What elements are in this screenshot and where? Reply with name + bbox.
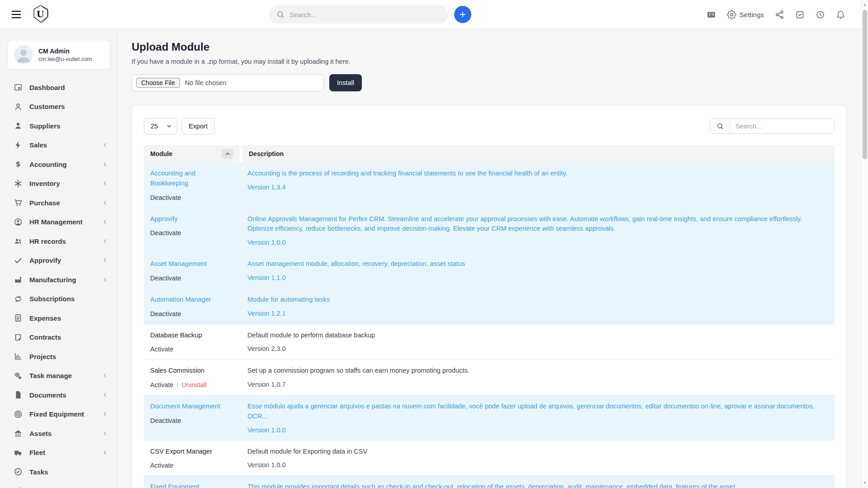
- module-link[interactable]: CSV Export Manager: [150, 447, 212, 457]
- sidebar-item-fixed-equipment[interactable]: Fixed Equipment: [0, 405, 118, 424]
- page-scrollbar[interactable]: ▲ ▼: [861, 0, 868, 488]
- sidebar-item-hr-records[interactable]: HR records: [0, 232, 118, 251]
- topbar-button-history[interactable]: [816, 10, 825, 19]
- svg-text:$: $: [15, 160, 20, 169]
- table-search[interactable]: [710, 118, 835, 134]
- module-row-fixed-equipment: Fixed Equipment This module provides imp…: [144, 476, 835, 488]
- sidebar-item-subscriptions[interactable]: Subscriptions: [0, 289, 118, 309]
- sidebar-item-label: Sales: [29, 141, 95, 149]
- sidebar-item-suppliers[interactable]: Suppliers: [0, 116, 118, 136]
- sidebar-item-fleet[interactable]: Fleet: [0, 443, 118, 463]
- sidebar-item-accounting[interactable]: $ Accounting: [0, 155, 118, 174]
- install-button[interactable]: Install: [329, 74, 362, 91]
- chevron-left-icon: [102, 238, 109, 245]
- suppliers-icon: [14, 121, 23, 130]
- chevron-left-icon: [102, 142, 109, 148]
- sidebar-item-workflow-automation[interactable]: Workflow Automation: [0, 482, 118, 488]
- manufacturing-icon: [14, 275, 23, 284]
- module-action-link[interactable]: Deactivate: [150, 310, 181, 317]
- module-link[interactable]: Asset Management: [150, 259, 207, 269]
- sidebar: CM Admin cm.lee@u-outlet.com Dashboard C…: [0, 29, 118, 488]
- user-profile-card[interactable]: CM Admin cm.lee@u-outlet.com: [7, 40, 110, 70]
- topbar-button-contact-card[interactable]: [707, 10, 716, 19]
- module-link[interactable]: Database Backup: [150, 331, 202, 341]
- topbar-button-todo[interactable]: [795, 10, 805, 19]
- page-title: Upload Module: [132, 41, 868, 53]
- sidebar-item-dashboard[interactable]: Dashboard: [0, 78, 118, 97]
- module-link[interactable]: Approvify: [150, 214, 177, 224]
- sidebar-item-label: Dashboard: [29, 84, 109, 91]
- global-search[interactable]: [269, 5, 448, 24]
- module-description: Set up a commission program so staffs ca…: [247, 366, 828, 376]
- chevron-left-icon: [102, 449, 109, 456]
- sidebar-item-label: Contracts: [29, 333, 109, 341]
- module-action-link[interactable]: Activate: [150, 381, 174, 389]
- module-description: Default module for Exporting data in CSV: [247, 447, 828, 457]
- module-action-link[interactable]: Activate: [150, 462, 174, 469]
- sidebar-menu: Dashboard Customers Suppliers Sales: [0, 78, 118, 488]
- module-action-link[interactable]: Deactivate: [150, 194, 181, 201]
- module-action-link[interactable]: Deactivate: [150, 417, 181, 424]
- module-action-link[interactable]: Deactivate: [150, 275, 181, 282]
- module-uninstall-link[interactable]: Uninstall: [181, 381, 207, 389]
- column-header-module[interactable]: Module: [144, 145, 241, 162]
- sidebar-item-hr-management[interactable]: HR Management: [0, 213, 118, 232]
- module-version-link[interactable]: Version 2.3.0: [247, 345, 828, 352]
- sidebar-item-inventory[interactable]: Inventory: [0, 174, 118, 194]
- module-link[interactable]: Fixed Equipment: [150, 482, 199, 488]
- module-version-link[interactable]: Version 1.3.4: [247, 184, 828, 191]
- sidebar-item-assets[interactable]: Assets: [0, 424, 118, 443]
- topbar-button-share[interactable]: [775, 10, 784, 19]
- module-link[interactable]: Document Management: [150, 402, 220, 412]
- scrollbar-thumb[interactable]: [863, 10, 867, 159]
- module-row-database-backup: Database Backup Activate Default module …: [144, 324, 835, 360]
- sidebar-item-expenses[interactable]: Expenses: [0, 308, 118, 328]
- sidebar-item-projects[interactable]: Projects: [0, 347, 118, 366]
- sidebar-item-label: Accounting: [29, 161, 95, 168]
- module-version-link[interactable]: Version 1.0.0: [247, 239, 828, 246]
- scroll-up-arrow[interactable]: ▲: [862, 3, 868, 7]
- module-version-link[interactable]: Version 1.0.0: [247, 426, 828, 434]
- module-version-link[interactable]: Version 1.1.0: [247, 274, 828, 281]
- module-link[interactable]: Accounting and Bookkeeping: [150, 169, 235, 189]
- sidebar-item-task-manage[interactable]: Task manage: [0, 366, 118, 386]
- sidebar-item-label: Fixed Equipment: [29, 410, 95, 418]
- sidebar-item-tasks[interactable]: Tasks: [0, 462, 118, 482]
- topbar-button-settings[interactable]: Settings: [727, 10, 764, 19]
- sidebar-item-label: Inventory: [29, 180, 95, 187]
- sidebar-item-purchase[interactable]: Purchase: [0, 193, 118, 213]
- sidebar-item-manufacturing[interactable]: Manufacturing: [0, 270, 118, 289]
- brand-logo[interactable]: U: [32, 5, 50, 24]
- sidebar-item-approvify[interactable]: Approvify: [0, 251, 118, 270]
- page-size-select[interactable]: 25: [144, 118, 177, 134]
- module-version-link[interactable]: Version 1.2.1: [247, 310, 828, 317]
- module-action-link[interactable]: Deactivate: [150, 229, 181, 237]
- quick-add-button[interactable]: [454, 6, 471, 23]
- column-header-description[interactable]: Description: [241, 145, 835, 162]
- sidebar-item-contracts[interactable]: Contracts: [0, 328, 118, 347]
- global-search-input[interactable]: [289, 11, 441, 19]
- user-name: CM Admin: [38, 47, 92, 55]
- choose-file-button[interactable]: Choose File: [136, 78, 180, 88]
- module-action-link[interactable]: Activate: [150, 346, 174, 353]
- module-row-accounting-and-bookkeeping: Accounting and Bookkeeping Deactivate Ac…: [144, 162, 835, 208]
- module-link[interactable]: Sales Commission: [150, 366, 204, 376]
- inventory-icon: [14, 179, 23, 188]
- topbar-button-notifications[interactable]: [836, 10, 845, 19]
- table-search-input[interactable]: [730, 119, 834, 133]
- module-version-link[interactable]: Version 1.0.7: [247, 381, 828, 388]
- export-button[interactable]: Export: [181, 118, 215, 134]
- module-description: This module provides important details s…: [247, 482, 828, 488]
- scroll-down-arrow[interactable]: ▼: [862, 481, 868, 485]
- sidebar-item-sales[interactable]: Sales: [0, 136, 118, 155]
- module-row-asset-management: Asset Management Deactivate Asset manage…: [144, 253, 835, 289]
- module-file-input[interactable]: Choose File No file chosen: [132, 74, 324, 91]
- sidebar-item-documents[interactable]: Documents: [0, 385, 118, 405]
- hamburger-menu-icon[interactable]: [10, 8, 23, 21]
- sidebar-item-customers[interactable]: Customers: [0, 97, 118, 117]
- sort-button[interactable]: [222, 149, 233, 159]
- sidebar-item-label: Task manage: [29, 372, 95, 379]
- module-link[interactable]: Automation Manager: [150, 295, 211, 305]
- contact-card-icon: [707, 10, 716, 19]
- module-version-link[interactable]: Version 1.0.0: [247, 461, 828, 469]
